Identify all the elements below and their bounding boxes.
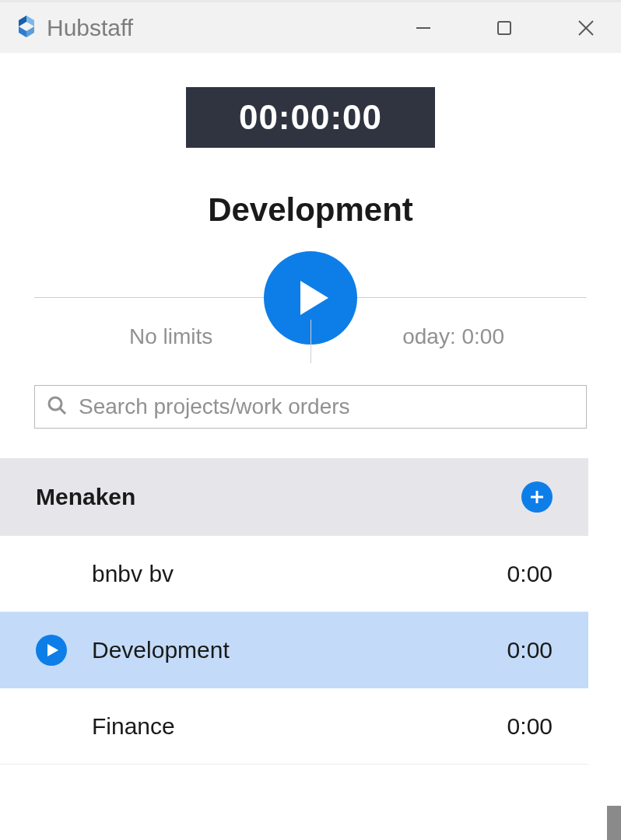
project-name: Finance <box>92 713 175 740</box>
play-icon <box>47 644 58 656</box>
search-icon <box>46 394 68 419</box>
svg-line-5 <box>60 408 65 414</box>
item-play-icon[interactable] <box>36 635 67 666</box>
limits-text: No limits <box>129 324 212 349</box>
plus-icon <box>528 488 546 506</box>
group-header: Menaken <box>0 458 588 536</box>
today-text: oday: 0:00 <box>402 324 504 349</box>
projects-list: bnbv bv0:00Development0:00Finance0:00 <box>0 536 621 765</box>
scrollbar-thumb[interactable] <box>607 806 621 840</box>
titlebar-left: Hubstaff <box>11 12 133 44</box>
play-section <box>0 297 621 298</box>
project-name: Development <box>92 637 230 663</box>
titlebar: Hubstaff <box>0 0 621 53</box>
current-project-title: Development <box>0 191 621 229</box>
svg-point-4 <box>49 397 61 410</box>
hubstaff-logo-icon <box>11 12 42 44</box>
svg-rect-1 <box>498 22 510 34</box>
project-name: bnbv bv <box>92 561 174 587</box>
project-time: 0:00 <box>507 713 553 740</box>
play-icon <box>300 281 328 315</box>
timer-container: 00:00:00 <box>0 87 621 148</box>
close-button[interactable] <box>576 18 596 38</box>
project-item[interactable]: bnbv bv0:00 <box>0 536 588 612</box>
project-time: 0:00 <box>507 561 553 587</box>
timer-display: 00:00:00 <box>186 87 435 148</box>
info-row: No limits oday: 0:00 <box>0 324 621 349</box>
minimize-button[interactable] <box>414 19 433 37</box>
maximize-button[interactable] <box>495 19 514 37</box>
project-item[interactable]: Finance0:00 <box>0 688 588 765</box>
project-item[interactable]: Development0:00 <box>0 612 588 688</box>
vertical-divider <box>310 320 311 363</box>
window-controls <box>414 18 596 38</box>
app-title: Hubstaff <box>47 15 133 41</box>
group-title: Menaken <box>36 484 135 510</box>
search-container[interactable] <box>34 385 587 429</box>
add-button[interactable] <box>521 481 553 513</box>
search-input[interactable] <box>79 394 575 419</box>
project-time: 0:00 <box>507 637 553 663</box>
